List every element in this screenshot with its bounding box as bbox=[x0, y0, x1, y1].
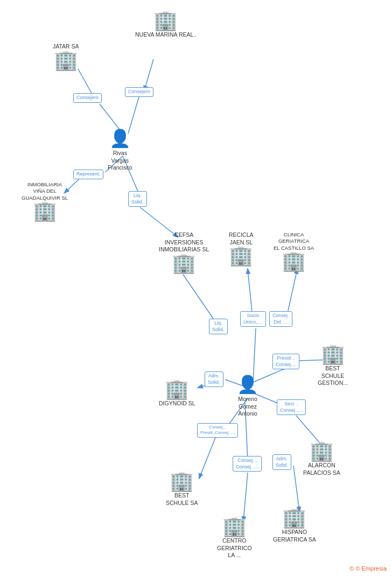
digynoid-icon: 🏢 bbox=[165, 380, 189, 399]
hispano-node: 🏢 HISPANO GERIATRICA SA bbox=[273, 508, 316, 543]
hispano-label: HISPANO GERIATRICA SA bbox=[273, 529, 316, 543]
rivas-person-icon: 👤 bbox=[109, 128, 131, 149]
hispano-icon: 🏢 bbox=[282, 508, 306, 528]
svg-line-18 bbox=[199, 438, 215, 478]
badge-secr-consej[interactable]: Secr. , Consej.…. bbox=[277, 399, 306, 415]
best-gestion-icon: 🏢 bbox=[321, 345, 345, 364]
rivas-label: Rivas Vargas Francisco bbox=[108, 150, 132, 172]
moreno-gomez-node: 👤 Moreno Gomez Antonio bbox=[237, 374, 258, 418]
digynoid-label: DIGYNOID SL bbox=[159, 400, 195, 408]
digynoid-node: 🏢 DIGYNOID SL bbox=[159, 380, 195, 408]
best-sa-label: BEST SCHULE SA bbox=[166, 492, 198, 507]
cefsa-node: CEFSA INVERSIONES INMOBILIARIAS SL 🏢 bbox=[159, 230, 209, 273]
nueva-marina-label: NUEVA MARINA REAL . bbox=[135, 31, 197, 39]
badge-consejero2[interactable]: Consejero bbox=[125, 87, 153, 97]
cefsa-icon: 🏢 bbox=[172, 254, 196, 273]
jatar-sa-node: JATAR SA 🏢 bbox=[53, 42, 79, 70]
moreno-label: Moreno Gomez Antonio bbox=[238, 396, 257, 418]
badge-consej-consej[interactable]: Consej. , Consej.…. bbox=[233, 456, 262, 472]
watermark: © © Empresia bbox=[349, 565, 387, 572]
jatar-icon: 🏢 bbox=[54, 51, 78, 70]
recicla-jaen-node: RECICLA JAEN SL 🏢 bbox=[229, 230, 254, 265]
watermark-text: © Empresia bbox=[355, 565, 387, 572]
recicla-icon: 🏢 bbox=[229, 246, 253, 265]
nueva-marina-icon: 🏢 bbox=[153, 11, 178, 30]
best-sa-icon: 🏢 bbox=[170, 472, 194, 491]
moreno-person-icon: 👤 bbox=[237, 374, 258, 395]
centro-icon: 🏢 bbox=[222, 517, 247, 536]
centro-label: CENTRO GERIATRICO LA ... bbox=[217, 537, 252, 559]
clinica-icon: 🏢 bbox=[282, 251, 306, 271]
badge-presid-consej1[interactable]: Presid. , Consej.... bbox=[272, 354, 299, 369]
best-schule-gestion-node: 🏢 BEST SCHULE GESTION... bbox=[318, 345, 348, 387]
rivas-vargas-node: 👤 Rivas Vargas Francisco bbox=[108, 128, 132, 172]
alarcon-icon: 🏢 bbox=[310, 441, 334, 461]
centro-node: 🏢 CENTRO GERIATRICO LA ... bbox=[217, 517, 252, 559]
svg-line-8 bbox=[183, 275, 218, 326]
clinica-label: CLINICA GERIATRICA EL CASTILLO SA bbox=[274, 231, 314, 251]
badge-adm-solid2[interactable]: Adm. Solid. bbox=[272, 454, 291, 470]
inmobiliaria-node: INMOBILIARIA VIÑA DEL GUADALQUIVIR SL 🏢 bbox=[22, 180, 68, 221]
badge-consejero1[interactable]: Consejero bbox=[73, 93, 102, 103]
badge-adm-solid[interactable]: Adm. Solid. bbox=[205, 371, 223, 387]
svg-line-21 bbox=[293, 466, 299, 511]
alarcon-node: 🏢 ALARCON PALACIOS SA bbox=[303, 441, 340, 476]
badge-liq-solid2[interactable]: Liq. Solid. bbox=[209, 319, 228, 334]
badge-consej-presid[interactable]: Consej. , Presid.,Consej.…. bbox=[197, 423, 238, 438]
watermark-symbol: © bbox=[349, 565, 354, 572]
svg-line-20 bbox=[243, 473, 248, 521]
badge-socio-unico[interactable]: Socio Único,.... bbox=[240, 311, 266, 327]
svg-line-1 bbox=[144, 59, 153, 90]
clinica-node: CLINICA GERIATRICA EL CASTILLO SA 🏢 bbox=[274, 230, 314, 271]
cefsa-label: CEFSA INVERSIONES INMOBILIARIAS SL bbox=[159, 231, 209, 254]
alarcon-label: ALARCON PALACIOS SA bbox=[303, 462, 340, 476]
best-schule-sa-node: 🏢 BEST SCHULE SA bbox=[166, 472, 198, 507]
inmobiliaria-label: INMOBILIARIA VIÑA DEL GUADALQUIVIR SL bbox=[22, 181, 68, 201]
badge-consej-del[interactable]: Consej. Del. ... bbox=[269, 311, 292, 327]
diagram-container: 🏢 NUEVA MARINA REAL . JATAR SA 🏢 👤 Rivas… bbox=[0, 0, 392, 576]
best-gestion-label: BEST SCHULE GESTION... bbox=[318, 365, 348, 387]
inmobiliaria-icon: 🏢 bbox=[33, 201, 57, 221]
nueva-marina-node: 🏢 NUEVA MARINA REAL . bbox=[135, 11, 197, 39]
badge-represent[interactable]: Represent. bbox=[73, 170, 103, 179]
badge-liq-solid1[interactable]: Liq. Solid. bbox=[128, 191, 147, 207]
